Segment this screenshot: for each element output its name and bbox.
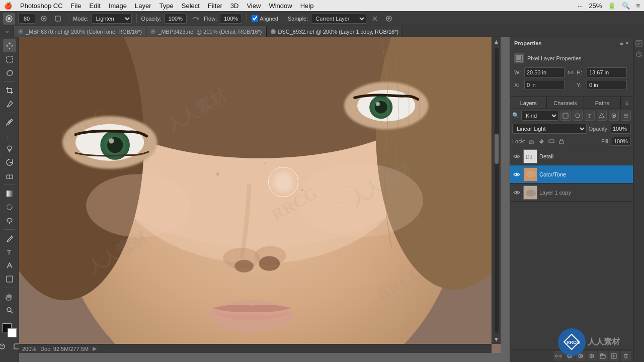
menu-file[interactable]: File [71, 2, 82, 10]
background-color[interactable] [8, 328, 17, 337]
filter-pixel-btn[interactable] [560, 111, 571, 121]
layer-item-colortone[interactable]: Color/Tone [510, 165, 633, 184]
layers-panel-menu[interactable]: ≡ [621, 97, 633, 109]
healing-brush-tool[interactable] [3, 115, 16, 128]
color-swatch[interactable] [3, 323, 17, 337]
blend-mode-select[interactable]: Linear Light Normal Multiply Screen [512, 124, 587, 134]
menu-help[interactable]: Help [300, 2, 314, 10]
history-brush-tool[interactable] [3, 156, 16, 169]
menu-select[interactable]: Select [182, 2, 200, 10]
brush-options-icon[interactable] [38, 13, 49, 24]
h-input[interactable]: 13.67 in [587, 67, 627, 77]
new-layer-btn[interactable] [609, 351, 619, 361]
brush-tool[interactable] [3, 129, 16, 142]
hand-tool[interactable] [3, 290, 16, 303]
properties-menu-icon[interactable]: ≡ [620, 40, 623, 47]
opacity-input[interactable] [611, 124, 631, 134]
path-selection-tool[interactable] [3, 259, 16, 272]
blur-tool[interactable] [3, 201, 16, 214]
link-wh-icon[interactable] [567, 68, 575, 76]
opacity-input[interactable] [165, 14, 187, 24]
menu-view[interactable]: View [247, 2, 261, 10]
new-group-btn[interactable] [598, 351, 608, 361]
tab-close-0[interactable]: × [18, 29, 23, 34]
lock-all-icon[interactable] [557, 137, 566, 145]
selection-tool[interactable] [3, 53, 16, 66]
text-tool[interactable]: T [3, 245, 16, 258]
clone-source-icon[interactable] [383, 13, 394, 24]
fill-input[interactable] [612, 137, 631, 146]
layer-item-layer1copy[interactable]: Layer 1 copy [510, 184, 633, 202]
properties-close-icon[interactable]: × [625, 40, 629, 47]
adjustments-sidebar-icon[interactable] [635, 50, 643, 58]
filter-adjustment-btn[interactable] [573, 111, 583, 121]
menu-type[interactable]: Type [159, 2, 174, 10]
mode-select[interactable]: Lighten Normal Darken [92, 14, 132, 24]
shape-tool[interactable] [3, 273, 16, 286]
menu-3d[interactable]: 3D [230, 2, 239, 10]
airbrush-icon[interactable] [190, 13, 201, 24]
menu-image[interactable]: Image [109, 2, 127, 10]
lock-artboards-icon[interactable] [547, 137, 555, 145]
lock-position-icon[interactable] [537, 137, 545, 145]
flow-input[interactable] [220, 14, 242, 24]
tab-0[interactable]: × _MBP6370.nef @ 200% (Color/Tone, RGB/1… [14, 26, 146, 37]
new-adjustment-btn[interactable] [587, 351, 597, 361]
tab-channels[interactable]: Channels [547, 97, 584, 109]
layer-eye-detail[interactable] [512, 152, 521, 161]
menu-photoshop[interactable]: Photoshop CC [20, 2, 63, 10]
filter-kind-select[interactable]: Kind [521, 111, 558, 121]
scroll-down-btn[interactable]: ▼ [492, 335, 501, 344]
canvas-area[interactable]: RRCG 人人素材 RRCG 人人素材 人人素材 RRCG ◀ ▶ ▲ [19, 37, 510, 362]
dodge-tool[interactable] [3, 214, 16, 227]
filter-shape-btn[interactable] [597, 111, 607, 121]
tab-layers[interactable]: Layers [510, 97, 547, 109]
panel-toggle[interactable] [0, 26, 14, 37]
zoom-tool[interactable] [3, 304, 16, 317]
aligned-check-label[interactable]: Aligned [252, 15, 278, 22]
clone-stamp-tool[interactable] [3, 142, 16, 155]
layer-eye-colortone[interactable] [512, 170, 521, 179]
search-icon[interactable]: 🔍 [622, 2, 630, 10]
pen-tool[interactable] [3, 232, 16, 245]
move-tool[interactable] [3, 39, 16, 52]
scroll-up-btn[interactable]: ▲ [492, 37, 501, 46]
v-scrollbar[interactable]: ▲ ▼ [492, 37, 501, 344]
tab-1[interactable]: × _MBP3423.nef @ 200% (Detail, RGB/16*) [146, 26, 266, 37]
w-input[interactable]: 20.53 in [524, 67, 565, 77]
crop-tool[interactable] [3, 84, 16, 97]
tab-close-2[interactable]: × [271, 29, 276, 34]
brush-shape-icon[interactable] [52, 13, 63, 24]
aligned-checkbox[interactable] [252, 15, 258, 22]
add-effect-btn[interactable]: fx [565, 351, 575, 361]
v-scroll-thumb[interactable] [495, 134, 499, 164]
filter-toggle-btn[interactable] [621, 111, 631, 121]
lock-pixels-icon[interactable] [527, 137, 535, 145]
lasso-tool[interactable] [3, 66, 16, 79]
layer-item-detail[interactable]: Dtl Detail [510, 147, 633, 165]
sample-select[interactable]: Current Layer All Layers Current & Below [311, 14, 366, 24]
properties-sidebar-icon[interactable] [635, 39, 643, 47]
menu-filter[interactable]: Filter [208, 2, 222, 10]
tab-close-1[interactable]: × [150, 29, 155, 34]
y-input[interactable]: 0 in [587, 80, 627, 90]
brush-size-input[interactable]: 80 [18, 14, 35, 24]
menu-layer[interactable]: Layer [135, 2, 151, 10]
tab-paths[interactable]: Paths [584, 97, 621, 109]
link-layers-btn[interactable] [553, 351, 564, 361]
apple-menu[interactable]: 🍎 [4, 2, 12, 10]
v-scroll-track[interactable] [495, 48, 499, 333]
tab-2[interactable]: × DSC_8932.nef @ 200% (Layer 1 copy, RGB… [267, 26, 404, 37]
filter-smartobj-btn[interactable] [609, 111, 619, 121]
menu-edit[interactable]: Edit [90, 2, 101, 10]
x-input[interactable]: 0 in [524, 80, 565, 90]
ignore-adjustment-icon[interactable] [369, 13, 380, 24]
quick-mask-toggle[interactable] [0, 340, 9, 353]
statusbar-arrow[interactable]: ▶ [93, 345, 97, 352]
delete-layer-btn[interactable] [621, 351, 631, 361]
filter-type-btn[interactable]: T [585, 111, 595, 121]
add-mask-btn[interactable] [576, 351, 586, 361]
eyedropper-tool[interactable] [3, 98, 16, 111]
layer-eye-layer1copy[interactable] [512, 188, 521, 197]
menu-window[interactable]: Window [269, 2, 292, 10]
